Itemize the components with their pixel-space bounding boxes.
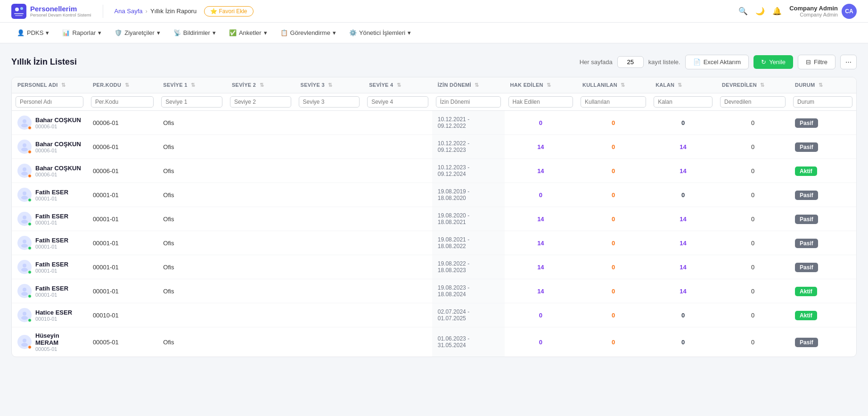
filter-izin-donemi[interactable] — [436, 96, 501, 108]
cell-personel-adi: Fatih ESER 00001-01 — [12, 231, 87, 255]
filter-durum[interactable] — [793, 96, 852, 108]
cell-per-kodu: 00001-01 — [87, 231, 157, 255]
col-seviye4[interactable]: SEVİYE 4 ⇅ — [363, 77, 432, 93]
filter-seviye2[interactable] — [230, 96, 291, 108]
col-kalan[interactable]: KALAN ⇅ — [650, 77, 716, 93]
cell-devredilen: 0 — [716, 231, 789, 255]
filter-kalan[interactable] — [654, 96, 712, 108]
page-title: Yıllık İzin Listesi — [11, 57, 77, 67]
person-name: Hatice ESER — [35, 309, 72, 316]
breadcrumb-home[interactable]: Ana Sayfa — [115, 8, 143, 15]
cell-kullanilan: 0 — [577, 207, 650, 231]
search-icon[interactable]: 🔍 — [738, 7, 748, 16]
cell-seviye3 — [295, 159, 364, 183]
svg-point-2 — [20, 7, 23, 10]
filter-personel-adi[interactable] — [16, 96, 83, 108]
refresh-icon: ↻ — [761, 58, 766, 66]
cell-per-kodu: 00006-01 — [87, 111, 157, 135]
col-seviye3[interactable]: SEVİYE 3 ⇅ — [295, 77, 364, 93]
filter-kullanilan[interactable] — [581, 96, 646, 108]
filter-seviye3[interactable] — [299, 96, 360, 108]
person-name: Bahar COŞKUN — [35, 141, 81, 148]
logo[interactable]: Personellerim Personel Devam Kontrol Sis… — [11, 4, 91, 19]
yenile-button[interactable]: ↻ Yenile — [753, 55, 793, 69]
cell-durum: Pasif — [789, 183, 856, 207]
cell-devredilen: 0 — [716, 303, 789, 327]
cell-seviye3 — [295, 207, 364, 231]
user-name: Company Admin — [789, 5, 838, 12]
notification-icon[interactable]: 🔔 — [772, 7, 782, 16]
col-kullanilan[interactable]: KULLANILAN ⇅ — [577, 77, 650, 93]
cell-personel-adi: Hüseyin MERAM 00005-01 — [12, 327, 87, 357]
person-avatar — [17, 164, 32, 178]
nav-item-bildirimler[interactable]: 📡 Bildirimler ▾ — [168, 26, 221, 39]
person-name: Bahar COŞKUN — [35, 116, 81, 124]
nav-item-yonetici[interactable]: ⚙️ Yönetici İşlemleri ▾ — [344, 26, 417, 39]
col-seviye2[interactable]: SEVİYE 2 ⇅ — [226, 77, 295, 93]
filter-hak-edilen[interactable] — [508, 96, 573, 108]
excel-button[interactable]: 📄 Excel Aktarım — [685, 55, 749, 69]
cell-devredilen: 0 — [716, 135, 789, 159]
svg-point-9 — [23, 167, 26, 171]
svg-rect-3 — [14, 13, 24, 14]
cell-durum: Pasif — [789, 327, 856, 357]
user-area[interactable]: Company Admin Company Admin CA — [789, 4, 857, 19]
per-page-input[interactable] — [617, 56, 644, 68]
nav-item-raporlar[interactable]: 📊 Raporlar ▾ — [57, 26, 107, 39]
user-avatar[interactable]: CA — [842, 4, 857, 19]
cell-devredilen: 0 — [716, 159, 789, 183]
col-hak-edilen[interactable]: HAK EDİLEN ⇅ — [505, 77, 577, 93]
cell-seviye2 — [226, 159, 295, 183]
col-devredilen[interactable]: DEVREDİLEN ⇅ — [716, 77, 789, 93]
nav-label-gorevlendirme: Görevlendirme — [290, 29, 330, 36]
table-row: Bahar COŞKUN 00006-01 00006-01 Ofis 10.1… — [12, 111, 856, 135]
cell-hak-edilen: 0 — [505, 183, 577, 207]
yonetici-chevron: ▾ — [408, 29, 411, 36]
cell-hak-edilen: 0 — [505, 303, 577, 327]
col-durum[interactable]: DURUM ⇅ — [789, 77, 856, 93]
cell-per-kodu: 00010-01 — [87, 303, 157, 327]
nav-item-gorevlendirme[interactable]: 📋 Görevlendirme ▾ — [275, 26, 342, 39]
theme-icon[interactable]: 🌙 — [755, 7, 765, 16]
nav-item-ziyaretciler[interactable]: 🛡️ Ziyaretçiler ▾ — [109, 26, 166, 39]
cell-seviye3 — [295, 279, 364, 303]
status-badge: Pasif — [795, 142, 818, 152]
svg-point-14 — [21, 220, 28, 224]
cell-izin-donemi: 19.08.2023 - 18.08.2024 — [432, 279, 505, 303]
cell-personel-adi: Fatih ESER 00001-01 — [12, 207, 87, 231]
col-izin-donemi[interactable]: İZİN DÖNEMİ ⇅ — [432, 77, 505, 93]
fav-button[interactable]: ⭐ Favori Ekle — [204, 6, 253, 17]
filter-seviye4[interactable] — [367, 96, 428, 108]
status-badge: Pasif — [795, 338, 818, 347]
cell-personel-adi: Hatice ESER 00010-01 — [12, 303, 87, 327]
more-button[interactable]: ⋯ — [840, 55, 857, 69]
svg-point-24 — [21, 343, 28, 347]
cell-hak-edilen: 0 — [505, 111, 577, 135]
person-code: 00010-01 — [35, 316, 72, 322]
cell-seviye4 — [363, 327, 432, 357]
table-row: Fatih ESER 00001-01 00001-01 Ofis 19.08.… — [12, 255, 856, 279]
filter-seviye1[interactable] — [161, 96, 222, 108]
filter-per-kodu[interactable] — [91, 96, 154, 108]
person-name: Bahar COŞKUN — [35, 165, 81, 172]
status-badge: Pasif — [795, 118, 818, 128]
cell-seviye3 — [295, 183, 364, 207]
filtre-button[interactable]: ⊟ Filtre — [798, 55, 835, 69]
person-avatar — [17, 140, 32, 154]
cell-per-kodu: 00006-01 — [87, 135, 157, 159]
cell-seviye2 — [226, 255, 295, 279]
cell-seviye3 — [295, 111, 364, 135]
header-right: 🔍 🌙 🔔 Company Admin Company Admin CA — [738, 4, 857, 19]
cell-devredilen: 0 — [716, 327, 789, 357]
cell-seviye1: Ofis — [157, 279, 226, 303]
nav-item-pdks[interactable]: 👤 PDKS ▾ — [11, 26, 55, 39]
cell-seviye2 — [226, 135, 295, 159]
nav-item-anketler[interactable]: ✅ Anketler ▾ — [223, 26, 273, 39]
cell-durum: Pasif — [789, 231, 856, 255]
col-seviye1[interactable]: SEVİYE 1 ⇅ — [157, 77, 226, 93]
col-per-kodu[interactable]: PER.KODU ⇅ — [87, 77, 157, 93]
col-personel-adi[interactable]: PERSONEL ADI ⇅ — [12, 77, 87, 93]
filter-devredilen[interactable] — [720, 96, 786, 108]
bildirimler-chevron: ▾ — [213, 29, 216, 36]
cell-seviye4 — [363, 207, 432, 231]
